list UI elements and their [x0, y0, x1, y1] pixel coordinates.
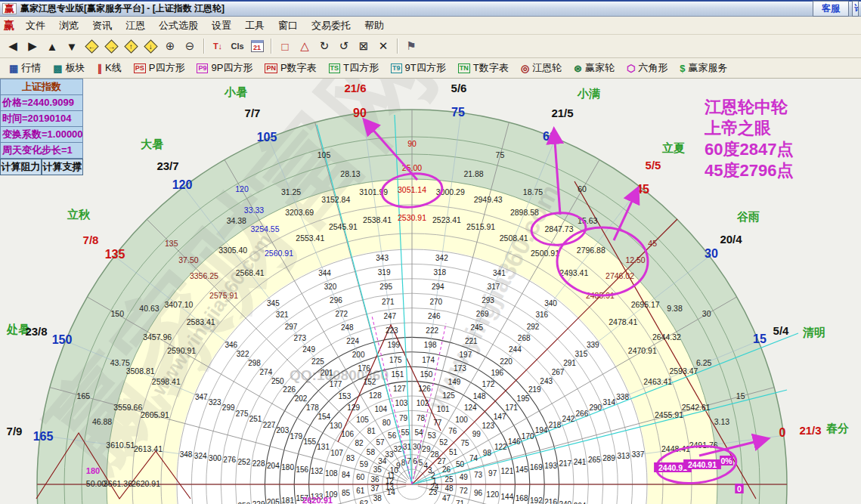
svg-text:105: 105 — [356, 416, 369, 424]
tab-赢家轮[interactable]: ⊛赢家轮 — [568, 59, 621, 77]
menu-item-资讯[interactable]: 资讯 — [85, 17, 119, 35]
svg-text:57: 57 — [376, 438, 386, 447]
menu-item-工具[interactable]: 工具 — [238, 17, 271, 35]
presentation-icon[interactable]: ⚑ — [401, 37, 421, 55]
tab-9P四方形[interactable]: P99P四方形 — [190, 59, 259, 77]
nav-left-icon[interactable]: ◀ — [3, 37, 23, 55]
svg-text:156: 156 — [296, 465, 309, 474]
svg-text:9.38: 9.38 — [667, 304, 683, 313]
tab-T四方形[interactable]: TST四方形 — [323, 59, 385, 77]
svg-text:36: 36 — [370, 475, 379, 484]
svg-text:150: 150 — [111, 309, 125, 318]
t-down-icon[interactable]: T↓ — [208, 37, 228, 55]
svg-text:5/6: 5/6 — [451, 82, 467, 94]
svg-text:2620.91: 2620.91 — [302, 496, 333, 504]
tab-行情[interactable]: ▦行情 — [3, 59, 47, 77]
tab-P四方形[interactable]: PSP四方形 — [128, 59, 191, 77]
menu-item-设置[interactable]: 设置 — [205, 17, 238, 35]
center-view-icon[interactable]: ✕ — [373, 37, 393, 55]
square-tool-icon[interactable]: □ — [275, 37, 295, 55]
pan-down-icon[interactable]: ↓ — [141, 37, 160, 55]
svg-text:147: 147 — [494, 413, 506, 421]
tab-六角形[interactable]: ⬡六角形 — [621, 59, 674, 77]
calendar-icon[interactable]: 21 — [247, 37, 267, 55]
svg-text:347: 347 — [195, 393, 208, 401]
info-row: 时间=20190104 — [0, 111, 83, 127]
menu-item-公式选股[interactable]: 公式选股 — [152, 17, 205, 35]
tab-江恩轮-icon: ◎ — [521, 63, 529, 73]
svg-text:198: 198 — [424, 341, 437, 349]
svg-text:199: 199 — [387, 341, 400, 349]
tab-赢家服务[interactable]: $赢家服务 — [674, 59, 733, 77]
fullscreen-icon[interactable]: ⊠ — [354, 37, 373, 55]
svg-text:2644.32: 2644.32 — [652, 332, 681, 342]
svg-text:73: 73 — [474, 471, 483, 479]
tab-P数字表[interactable]: PNP数字表 — [259, 59, 322, 77]
tab-label: P四方形 — [149, 61, 185, 75]
svg-text:32: 32 — [394, 445, 403, 453]
svg-text:清明: 清明 — [802, 326, 825, 339]
tab-K线[interactable]: ∥K线 — [91, 59, 128, 77]
svg-text:126: 126 — [418, 385, 431, 393]
calc-resistance-button[interactable]: 计算阻力 — [0, 159, 42, 175]
calc-support-button[interactable]: 计算支撑 — [42, 159, 83, 175]
menu-item-江恩[interactable]: 江恩 — [119, 17, 152, 35]
pan-up-icon[interactable]: ↑ — [121, 37, 141, 55]
pan-left-icon[interactable]: ← — [82, 37, 101, 55]
svg-text:245: 245 — [470, 323, 483, 332]
tab-江恩轮[interactable]: ◎江恩轮 — [515, 59, 568, 77]
svg-text:146: 146 — [508, 438, 521, 446]
zoom-in-icon[interactable]: ⊕ — [160, 37, 180, 55]
svg-text:2463.41: 2463.41 — [643, 377, 672, 386]
svg-text:197: 197 — [460, 351, 472, 359]
cls-icon[interactable]: Cls — [228, 37, 247, 55]
tab-T数字表[interactable]: TNT数字表 — [452, 59, 515, 77]
svg-text:154: 154 — [318, 413, 331, 421]
svg-text:176: 176 — [358, 364, 370, 373]
svg-text:53: 53 — [428, 431, 437, 440]
menu-item-窗口[interactable]: 窗口 — [271, 17, 305, 35]
tab-label: K线 — [105, 61, 122, 75]
tab-label: 行情 — [21, 61, 41, 75]
svg-text:132: 132 — [311, 467, 324, 475]
svg-text:317: 317 — [488, 283, 500, 291]
svg-text:165: 165 — [33, 430, 54, 443]
tab-9T四方形[interactable]: T99T四方形 — [385, 59, 452, 77]
svg-text:2605.91: 2605.91 — [141, 410, 169, 419]
tab-行情-icon: ▦ — [9, 63, 18, 73]
svg-text:241: 241 — [574, 458, 587, 466]
svg-text:2523.41: 2523.41 — [432, 215, 461, 224]
svg-text:346: 346 — [225, 341, 237, 349]
menu-item-交易委托[interactable]: 交易委托 — [305, 17, 358, 35]
svg-text:172: 172 — [482, 380, 495, 388]
svg-text:29: 29 — [422, 445, 431, 453]
menu-item-帮助[interactable]: 帮助 — [358, 17, 391, 35]
svg-text:148: 148 — [473, 392, 486, 400]
menu-item-浏览[interactable]: 浏览 — [52, 17, 85, 35]
svg-text:318: 318 — [433, 268, 446, 277]
svg-text:30: 30 — [702, 309, 711, 318]
svg-text:3661.36: 3661.36 — [104, 479, 132, 488]
nav-up-icon[interactable]: ▲ — [42, 37, 62, 55]
triangle-tool-icon[interactable]: △ — [295, 37, 314, 55]
forum-button[interactable]: 论坛 — [852, 1, 859, 17]
svg-text:223: 223 — [386, 326, 398, 335]
svg-text:61: 61 — [356, 487, 365, 495]
nav-down-icon[interactable]: ▼ — [62, 37, 82, 55]
customer-service-button[interactable]: 客服 — [813, 1, 849, 17]
rotate-ccw-icon[interactable]: ↺ — [334, 37, 354, 55]
instrument-name: 上证指数 — [0, 79, 83, 95]
rotate-cw-icon[interactable]: ↻ — [314, 37, 334, 55]
nav-right-icon[interactable]: ▶ — [23, 37, 42, 55]
svg-text:71: 71 — [456, 499, 465, 504]
svg-text:101: 101 — [437, 405, 450, 413]
svg-text:105: 105 — [317, 150, 331, 159]
tab-板块[interactable]: ▩板块 — [47, 59, 91, 77]
svg-text:178: 178 — [306, 404, 319, 412]
zoom-out-icon[interactable]: ⊖ — [180, 37, 200, 55]
pan-right-icon[interactable]: → — [101, 37, 121, 55]
toolbar-separator — [271, 39, 271, 54]
svg-text:2530.91: 2530.91 — [398, 213, 426, 222]
svg-text:2538.41: 2538.41 — [363, 215, 392, 224]
menu-item-文件[interactable]: 文件 — [19, 17, 52, 35]
